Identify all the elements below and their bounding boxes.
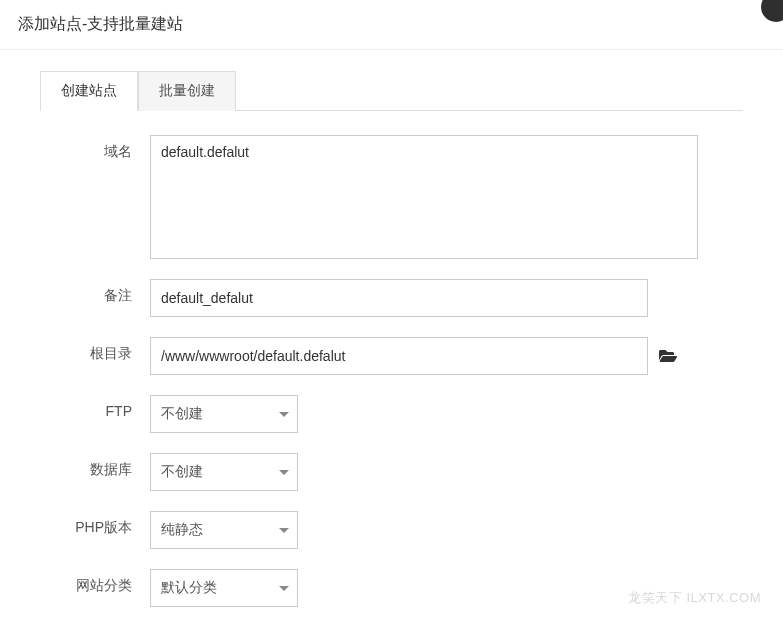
category-select[interactable]: 默认分类 [150,569,298,607]
ftp-select-value: 不创建 [161,405,203,423]
row-root: 根目录 [40,337,743,375]
row-remark: 备注 [40,279,743,317]
row-ftp: FTP 不创建 [40,395,743,433]
row-domain: 域名 default.defalut [40,135,743,259]
label-php: PHP版本 [40,511,150,537]
php-select[interactable]: 纯静态 [150,511,298,549]
php-select-value: 纯静态 [161,521,203,539]
row-database: 数据库 不创建 [40,453,743,491]
label-remark: 备注 [40,279,150,305]
remark-input[interactable] [150,279,648,317]
modal-body: 创建站点 批量创建 域名 default.defalut 备注 根目录 FTP … [0,50,783,625]
watermark-text: 龙笑天下 ILXTX.COM [628,589,761,607]
label-category: 网站分类 [40,569,150,595]
domain-textarea[interactable]: default.defalut [150,135,698,259]
tab-batch-create[interactable]: 批量创建 [138,71,236,111]
ftp-select[interactable]: 不创建 [150,395,298,433]
database-select-value: 不创建 [161,463,203,481]
tab-create-site[interactable]: 创建站点 [40,71,138,111]
root-input[interactable] [150,337,648,375]
row-php: PHP版本 纯静态 [40,511,743,549]
category-select-value: 默认分类 [161,579,217,597]
folder-open-icon[interactable] [658,348,678,364]
modal-title: 添加站点-支持批量建站 [18,14,765,35]
label-root: 根目录 [40,337,150,363]
modal-header: 添加站点-支持批量建站 [0,0,783,50]
database-select[interactable]: 不创建 [150,453,298,491]
label-database: 数据库 [40,453,150,479]
label-ftp: FTP [40,395,150,419]
label-domain: 域名 [40,135,150,161]
tab-bar: 创建站点 批量创建 [40,70,743,111]
